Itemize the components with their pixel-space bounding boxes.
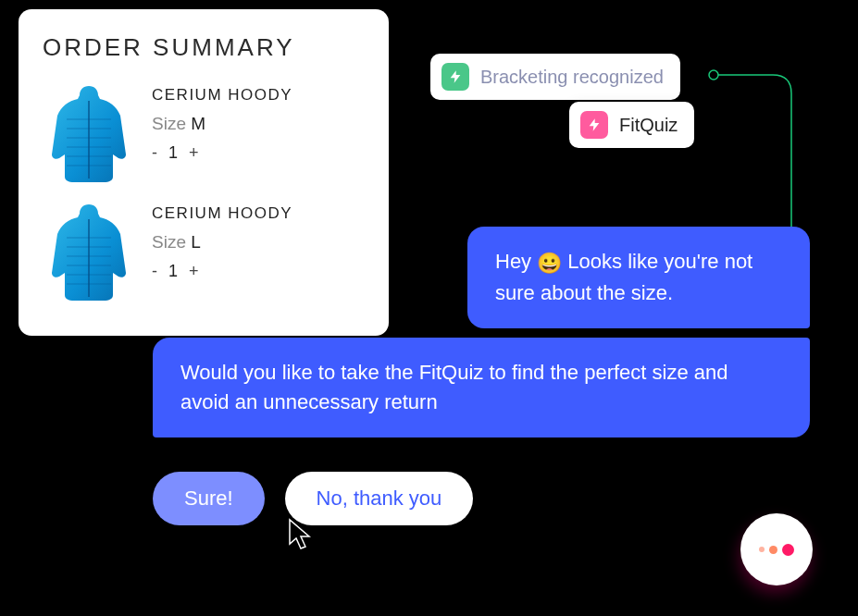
reply-buttons: Sure! No, thank you (153, 472, 473, 525)
order-summary-card: ORDER SUMMARY (19, 9, 389, 336)
smile-emoji-icon: 😀 (537, 252, 562, 275)
dot-icon (782, 544, 794, 556)
fitquiz-tag: FitQuiz (569, 102, 694, 148)
sure-button[interactable]: Sure! (153, 472, 265, 525)
no-thank-you-button[interactable]: No, thank you (285, 472, 474, 525)
chat-fab-button[interactable] (740, 513, 813, 585)
quantity-stepper: - 1 + (152, 262, 365, 281)
product-image (43, 201, 135, 302)
tag-label: FitQuiz (619, 115, 678, 136)
qty-value: 1 (168, 143, 178, 163)
bolt-icon (580, 111, 608, 139)
qty-increase-button[interactable]: + (189, 143, 199, 163)
tag-label: Bracketing recognized (480, 67, 664, 88)
order-item: CERIUM HOODY Size L - 1 + (43, 201, 365, 302)
order-summary-title: ORDER SUMMARY (43, 33, 365, 62)
product-size: Size L (152, 232, 365, 253)
product-name: CERIUM HOODY (152, 204, 365, 223)
product-name: CERIUM HOODY (152, 86, 365, 105)
svg-point-0 (709, 70, 718, 80)
dot-icon (769, 546, 777, 554)
dot-icon (759, 547, 765, 552)
qty-decrease-button[interactable]: - (152, 262, 157, 281)
qty-increase-button[interactable]: + (189, 262, 199, 281)
bolt-icon (441, 63, 469, 91)
product-size: Size M (152, 114, 365, 134)
chat-message: Hey 😀 Looks like you're not sure about t… (467, 227, 810, 328)
bracketing-recognized-tag: Bracketing recognized (430, 54, 680, 100)
connector-line (708, 69, 801, 227)
chat-message: Would you like to take the FitQuiz to fi… (153, 338, 810, 437)
order-item: CERIUM HOODY Size M - 1 + (43, 82, 365, 184)
quantity-stepper: - 1 + (152, 143, 365, 163)
qty-decrease-button[interactable]: - (152, 143, 157, 163)
qty-value: 1 (168, 262, 178, 281)
product-image (43, 82, 135, 184)
